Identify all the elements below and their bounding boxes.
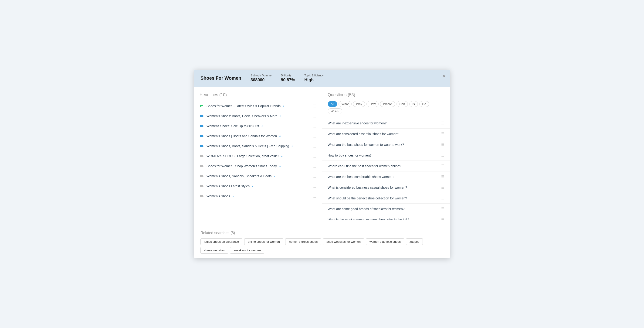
questions-panel: Questions (53) AllWhatWhyHowWhereCanIsDo… bbox=[322, 87, 450, 226]
drag-handle-icon[interactable]: ☰ bbox=[313, 164, 316, 168]
related-tag[interactable]: shoe websites for women bbox=[323, 238, 364, 245]
drag-handle-icon[interactable]: ☰ bbox=[313, 184, 316, 188]
headline-icon bbox=[200, 144, 204, 148]
headlines-title: Headlines (10) bbox=[194, 93, 322, 101]
filter-button-what[interactable]: What bbox=[338, 101, 352, 107]
headline-text: Women's Shoes | Boots and Sandals for Wo… bbox=[206, 134, 311, 138]
questions-filters: AllWhatWhyHowWhereCanIsDoWhich bbox=[322, 101, 450, 118]
question-item: What are the best comfortable shoes wome… bbox=[322, 171, 450, 182]
related-tag[interactable]: women's dress shoes bbox=[285, 238, 321, 245]
drag-handle-icon[interactable]: ☰ bbox=[441, 121, 444, 125]
drag-handle-icon[interactable]: ☰ bbox=[441, 217, 444, 220]
drag-handle-icon[interactable]: ☰ bbox=[441, 185, 444, 190]
filter-button-how[interactable]: How bbox=[366, 101, 378, 107]
drag-handle-icon[interactable]: ☰ bbox=[441, 164, 444, 168]
filter-button-which[interactable]: Which bbox=[328, 108, 342, 114]
headline-item: Women's Shoes ↗ ☰ bbox=[194, 191, 322, 201]
filter-button-is[interactable]: Is bbox=[409, 101, 418, 107]
close-button[interactable]: × bbox=[442, 73, 446, 79]
related-tag[interactable]: zappos bbox=[406, 238, 423, 245]
drag-handle-icon[interactable]: ☰ bbox=[313, 194, 316, 198]
question-text: How to buy shoes for women? bbox=[328, 154, 439, 157]
filter-button-do[interactable]: Do bbox=[419, 101, 429, 107]
headline-icon bbox=[200, 164, 204, 168]
drag-handle-icon[interactable]: ☰ bbox=[441, 174, 444, 179]
headline-item: Women's Shoes: Boots, Heels, Sneakers & … bbox=[194, 111, 322, 121]
drag-handle-icon[interactable]: ☰ bbox=[313, 154, 316, 158]
drag-handle-icon[interactable]: ☰ bbox=[441, 142, 444, 147]
filter-button-where[interactable]: Where bbox=[380, 101, 395, 107]
related-tag[interactable]: women's athletic shoes bbox=[366, 238, 404, 245]
subtopic-volume-stat: Subtopic Volume 368000 bbox=[250, 74, 272, 83]
headline-link[interactable]: ↗ bbox=[279, 115, 281, 118]
drag-handle-icon[interactable]: ☰ bbox=[313, 134, 316, 138]
headline-link[interactable]: ↗ bbox=[280, 155, 283, 158]
svg-marker-8 bbox=[203, 146, 204, 147]
related-tag[interactable]: sneakers for women bbox=[230, 247, 264, 254]
question-item: What is considered business casual shoes… bbox=[322, 182, 450, 193]
headline-link[interactable]: ↗ bbox=[291, 145, 293, 148]
drag-handle-icon[interactable]: ☰ bbox=[313, 174, 316, 178]
headline-icon bbox=[200, 194, 204, 198]
related-tags: ladies shoes on clearanceonline shoes fo… bbox=[200, 238, 444, 254]
drag-handle-icon[interactable]: ☰ bbox=[441, 132, 444, 136]
filter-button-can[interactable]: Can bbox=[396, 101, 408, 107]
question-item: What is the most common women shoes size… bbox=[322, 214, 450, 220]
question-text: What is considered business casual shoes… bbox=[328, 186, 439, 189]
drag-handle-icon[interactable]: ☰ bbox=[441, 153, 444, 157]
subtopic-volume-value: 368000 bbox=[250, 78, 272, 83]
topic-efficiency-stat: Topic Efficiency High bbox=[304, 74, 324, 83]
drag-handle-icon[interactable]: ☰ bbox=[313, 144, 316, 148]
headline-icon bbox=[200, 154, 204, 158]
headline-icon bbox=[200, 124, 204, 128]
headline-item: Women's Shoes, Boots, Sandals & Heels | … bbox=[194, 141, 322, 151]
headline-link[interactable]: ↗ bbox=[273, 175, 276, 178]
drag-handle-icon[interactable]: ☰ bbox=[313, 104, 316, 108]
headline-item: WOMEN'S SHOES | Large Selection, great v… bbox=[194, 151, 322, 161]
question-item: What should be the perfect shoe collecti… bbox=[322, 193, 450, 204]
question-item: What are inexpensive shoes for women? ☰ bbox=[322, 118, 450, 129]
question-text: What are the best shoes for women to wea… bbox=[328, 143, 439, 147]
headline-link[interactable]: ↗ bbox=[279, 135, 281, 138]
related-tag[interactable]: ladies shoes on clearance bbox=[200, 238, 242, 245]
topic-efficiency-value: High bbox=[304, 78, 324, 83]
headline-link[interactable]: ↗ bbox=[232, 195, 234, 198]
drag-handle-icon[interactable]: ☰ bbox=[313, 124, 316, 128]
svg-rect-11 bbox=[200, 165, 203, 167]
headlines-panel: Headlines (10) Shoes for Women - Latest … bbox=[194, 87, 322, 226]
question-item: What are considered essential shoes for … bbox=[322, 129, 450, 139]
headline-text: Women's Shoes ↗ bbox=[206, 194, 311, 198]
headline-item: Women's Shoes | Boots and Sandals for Wo… bbox=[194, 131, 322, 141]
headline-text: Women's Shoes, Sandals, Sneakers & Boots… bbox=[206, 174, 311, 178]
svg-marker-14 bbox=[203, 176, 204, 177]
question-item: Where can I find the best shoes for wome… bbox=[322, 161, 450, 171]
headline-item: Shoes for Women - Latest Styles & Popula… bbox=[194, 101, 322, 111]
filter-button-why[interactable]: Why bbox=[353, 101, 365, 107]
difficulty-stat: Difficulty 90.87% bbox=[281, 74, 295, 83]
modal: Shoes For Women Subtopic Volume 368000 D… bbox=[194, 70, 450, 258]
drag-handle-icon[interactable]: ☰ bbox=[441, 207, 444, 211]
drag-handle-icon[interactable]: ☰ bbox=[441, 196, 444, 200]
headline-link[interactable]: ↗ bbox=[282, 105, 284, 108]
related-searches-title: Related searches (8) bbox=[200, 231, 444, 235]
drag-handle-icon[interactable]: ☰ bbox=[313, 114, 316, 118]
related-tag[interactable]: shoes websites bbox=[200, 247, 228, 254]
svg-marker-2 bbox=[203, 116, 204, 117]
filter-button-all[interactable]: All bbox=[328, 101, 337, 107]
topic-efficiency-label: Topic Efficiency bbox=[304, 74, 324, 77]
question-item: What are some good brands of sneakers fo… bbox=[322, 204, 450, 214]
question-text: What are the best comfortable shoes wome… bbox=[328, 175, 439, 179]
questions-title: Questions (53) bbox=[322, 93, 450, 101]
modal-body: Headlines (10) Shoes for Women - Latest … bbox=[194, 87, 450, 226]
headline-link[interactable]: ↗ bbox=[261, 125, 263, 128]
headline-text: Women's Shoes, Boots, Sandals & Heels | … bbox=[206, 144, 311, 148]
questions-list: What are inexpensive shoes for women? ☰ … bbox=[322, 118, 450, 220]
svg-marker-0 bbox=[200, 105, 203, 107]
related-tag[interactable]: online shoes for women bbox=[244, 238, 283, 245]
headline-link[interactable]: ↗ bbox=[252, 185, 254, 188]
headline-link[interactable]: ↗ bbox=[279, 165, 281, 168]
headline-icon bbox=[200, 184, 204, 188]
svg-rect-1 bbox=[200, 115, 203, 117]
svg-marker-4 bbox=[203, 126, 204, 127]
svg-rect-3 bbox=[200, 125, 203, 127]
